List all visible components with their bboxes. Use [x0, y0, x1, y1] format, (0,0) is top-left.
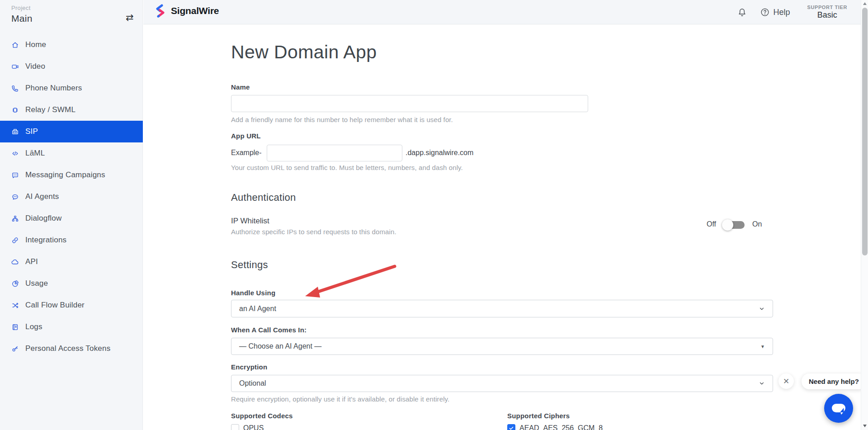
sidebar-item-label: Call Flow Builder — [25, 301, 85, 310]
toggle-knob — [722, 219, 733, 231]
signalwire-logo[interactable]: SignalWire — [154, 4, 219, 18]
encryption-select[interactable]: Optional — [231, 375, 773, 392]
sidebar-item-messaging-campaigns[interactable]: Messaging Campaigns — [0, 164, 143, 186]
sidebar-item-label: Video — [25, 62, 45, 71]
scroll-up-arrow[interactable] — [863, 2, 867, 5]
opus-checkbox[interactable] — [231, 424, 239, 430]
ip-whitelist-toggle[interactable] — [723, 221, 745, 229]
sidebar-item-label: Dialogflow — [25, 214, 61, 223]
code-icon — [11, 150, 19, 157]
chat-bubble-icon — [831, 402, 846, 415]
cloud-icon — [11, 258, 19, 266]
home-icon — [11, 41, 19, 49]
toggle-off-label: Off — [707, 220, 716, 228]
sidebar-item-home[interactable]: Home — [0, 34, 143, 56]
ip-whitelist-label: IP Whitelist — [231, 217, 269, 226]
chat-tooltip-close-icon[interactable]: ✕ — [778, 373, 794, 389]
settings-heading: Settings — [231, 259, 268, 271]
project-name: Main — [11, 13, 33, 24]
app-url-input[interactable] — [267, 145, 402, 161]
name-input[interactable] — [231, 95, 588, 112]
notifications-bell-icon[interactable] — [737, 7, 747, 18]
encryption-label: Encryption — [231, 363, 267, 371]
sidebar-item-video[interactable]: Video — [0, 56, 143, 77]
support-tier-value: Basic — [807, 10, 848, 20]
sidebar-item-api[interactable]: API — [0, 251, 143, 273]
sidebar-item-logs[interactable]: Logs — [0, 316, 143, 338]
call-comes-in-label: When A Call Comes In: — [231, 326, 307, 334]
support-tier: SUPPORT TIER Basic — [807, 5, 848, 20]
sidebar-item-label: API — [25, 257, 38, 266]
authentication-heading: Authentication — [231, 192, 296, 203]
scroll-down-arrow[interactable] — [863, 425, 867, 427]
chat-bubble-icon — [11, 193, 19, 201]
check-icon — [509, 425, 514, 430]
sidebar-nav: Home Video Phone Numbers Relay / SWML SI… — [0, 34, 143, 359]
video-icon — [11, 63, 19, 71]
encryption-help: Require encryption, optionally use it if… — [231, 395, 449, 403]
app-url-suffix: .dapp.signalwire.com — [406, 149, 473, 157]
sidebar-item-label: Usage — [25, 279, 48, 288]
sidebar-item-label: Integrations — [25, 236, 66, 245]
sidebar-item-label: Phone Numbers — [25, 84, 82, 93]
toggle-on-label: On — [752, 220, 762, 228]
name-label: Name — [231, 83, 250, 91]
call-comes-in-value: — Choose an AI Agent — — [239, 342, 321, 350]
main-content: New Domain App Name Add a friendly name … — [143, 24, 861, 430]
codec-option-label: OPUS — [243, 424, 264, 430]
help-button[interactable]: Help — [760, 7, 790, 17]
page-title: New Domain App — [231, 42, 377, 63]
cipher-option-label: AEAD_AES_256_GCM_8 — [519, 424, 603, 430]
sidebar-item-sip[interactable]: SIP — [0, 121, 143, 142]
sidebar-item-personal-access-tokens[interactable]: Personal Access Tokens — [0, 338, 143, 359]
top-header: SignalWire Help SUPPORT TIER Basic — [143, 0, 861, 24]
sidebar-item-label: Messaging Campaigns — [25, 170, 105, 180]
sidebar-item-label: Home — [25, 40, 46, 49]
app-url-prefix: Example- — [231, 149, 262, 157]
sidebar-item-relay-swml[interactable]: Relay / SWML — [0, 99, 143, 121]
sidebar-item-laml[interactable]: LāML — [0, 142, 143, 164]
dropdown-arrow-icon: ▼ — [760, 344, 765, 349]
fax-icon — [11, 128, 19, 136]
page-scrollbar — [861, 0, 868, 430]
sidebar-item-label: AI Agents — [25, 192, 59, 201]
codec-option-row: OPUS — [231, 424, 264, 430]
sidebar-item-label: LāML — [25, 149, 45, 158]
supported-ciphers-label: Supported Ciphers — [507, 412, 570, 420]
sidebar-item-usage[interactable]: Usage — [0, 273, 143, 294]
app-url-help: Your custom URL to send traffic to. Must… — [231, 164, 463, 171]
chevron-down-icon — [759, 380, 765, 387]
link-icon — [11, 236, 19, 244]
switch-project-icon[interactable]: ⇄ — [126, 13, 134, 22]
project-label: Project — [11, 5, 31, 11]
scrollbar-thumb[interactable] — [862, 8, 868, 255]
encryption-value: Optional — [239, 379, 266, 387]
aead-aes-256-gcm-8-checkbox[interactable] — [507, 424, 515, 430]
brand-name: SignalWire — [171, 5, 219, 16]
sidebar-item-call-flow-builder[interactable]: Call Flow Builder — [0, 294, 143, 316]
handle-using-label: Handle Using — [231, 289, 275, 297]
handle-using-value: an AI Agent — [239, 305, 276, 313]
sidebar-item-label: Personal Access Tokens — [25, 344, 110, 353]
help-label: Help — [773, 8, 790, 17]
sitemap-icon — [11, 215, 19, 222]
shuffle-icon — [11, 302, 19, 309]
ip-whitelist-help: Authorize specific IPs to send requests … — [231, 228, 396, 236]
name-help: Add a friendly name for this number to h… — [231, 116, 453, 123]
sidebar-item-integrations[interactable]: Integrations — [0, 229, 143, 251]
message-square-icon — [11, 171, 19, 179]
sidebar-item-ai-agents[interactable]: AI Agents — [0, 186, 143, 208]
sidebar: Project Main ⇄ Home Video Phone Numbers … — [0, 0, 143, 430]
cipher-option-row: AEAD_AES_256_GCM_8 — [507, 424, 603, 430]
phone-icon — [11, 85, 19, 92]
sidebar-item-dialogflow[interactable]: Dialogflow — [0, 208, 143, 229]
support-tier-label: SUPPORT TIER — [807, 5, 848, 10]
sidebar-item-phone-numbers[interactable]: Phone Numbers — [0, 77, 143, 99]
chip-icon — [11, 106, 19, 114]
sidebar-item-label: SIP — [25, 127, 38, 136]
sidebar-item-label: Logs — [25, 322, 42, 331]
question-circle-icon — [760, 7, 770, 17]
chat-launcher-button[interactable] — [824, 394, 853, 423]
handle-using-select[interactable]: an AI Agent — [231, 300, 773, 317]
call-comes-in-select[interactable]: — Choose an AI Agent — ▼ — [231, 338, 773, 355]
